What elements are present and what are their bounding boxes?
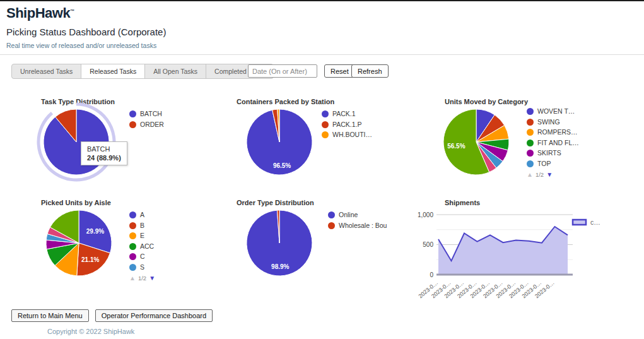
legend-label: SWING bbox=[537, 118, 560, 126]
legend-item: PACK.1 bbox=[322, 110, 385, 118]
legend-swatch-icon bbox=[129, 253, 136, 260]
legend-swatch-icon bbox=[527, 129, 534, 136]
legend-label: A bbox=[140, 211, 144, 219]
legend-page-up-icon[interactable]: ▲ bbox=[527, 171, 533, 178]
legend-label: SKIRTS bbox=[537, 149, 561, 157]
legend-item: C bbox=[129, 253, 192, 261]
legend-swatch-icon bbox=[129, 264, 136, 271]
legend-label: Wholesale : Bou bbox=[339, 222, 387, 230]
chart-order-type-distribution: Order Type Distribution 98.9% OnlineWhol… bbox=[227, 197, 435, 297]
legend-item: E bbox=[129, 232, 192, 240]
legend-page-indicator: 1/2 bbox=[536, 171, 544, 178]
legend-label: WOVEN T… bbox=[537, 107, 575, 116]
legend-swatch-icon bbox=[328, 222, 335, 229]
reset-button[interactable]: Reset bbox=[324, 64, 355, 78]
legend-swatch-icon bbox=[527, 108, 534, 115]
legend-label: PACK.1 bbox=[332, 110, 356, 118]
trademark-mark: ™ bbox=[70, 9, 74, 13]
chart-picked-units-by-aisle: Picked Units by Aisle 29.9%21.1% ABEACCC… bbox=[32, 197, 240, 297]
pie-chart-picked-units: 29.9%21.1% bbox=[38, 202, 120, 284]
legend-swatch-icon bbox=[129, 222, 136, 229]
slice-percentage-label: 29.9% bbox=[86, 228, 104, 235]
pie-svg: 29.9%21.1% bbox=[38, 202, 120, 284]
header-divider bbox=[0, 54, 644, 55]
date-filter-input[interactable] bbox=[248, 64, 317, 78]
legend-item: ACC bbox=[129, 242, 192, 251]
tab-all-open-tasks[interactable]: All Open Tasks bbox=[145, 64, 206, 78]
legend-pagination: ▲1/2▼ bbox=[129, 275, 192, 282]
legend-label: BATCH bbox=[140, 110, 162, 118]
legend-item: A bbox=[129, 211, 192, 219]
legend-swatch-icon bbox=[527, 150, 534, 157]
legend-label: E bbox=[140, 232, 144, 240]
legend-item: ORDER bbox=[129, 121, 192, 129]
legend-swatch-icon bbox=[527, 160, 534, 167]
chart-units-moved-by-category: Units Moved by Category 56.5% WOVEN T…SW… bbox=[435, 96, 643, 196]
area-chart-shipments: 05001,0002023-0…2023-0…2023-0…2023-0…202… bbox=[410, 202, 644, 302]
legend-swatch-icon bbox=[129, 211, 136, 218]
chart-containers-packed-by-station: Containers Packed by Station 96.5% PACK.… bbox=[227, 96, 435, 196]
y-axis-tick-label: 500 bbox=[423, 241, 433, 248]
pie-tooltip: BATCH 24 (88.9%) bbox=[81, 141, 127, 165]
operator-performance-dashboard-button[interactable]: Operator Performance Dashboard bbox=[95, 309, 213, 322]
tab-unreleased-tasks[interactable]: Unreleased Tasks bbox=[12, 64, 81, 78]
pie-chart-order-type: 98.9% bbox=[238, 202, 320, 284]
logo-text: ShipHawk bbox=[6, 5, 70, 21]
pie-svg: 98.9% bbox=[238, 202, 320, 284]
legend-label: ROMPERS… bbox=[537, 128, 578, 136]
pie-chart-containers: 96.5% bbox=[238, 101, 320, 183]
chart-legend: BATCHORDER bbox=[129, 110, 192, 131]
legend-label: c… bbox=[590, 218, 600, 226]
legend-item: PACK.1.P bbox=[322, 121, 385, 129]
return-to-main-menu-button[interactable]: Return to Main Menu bbox=[11, 309, 89, 322]
refresh-button[interactable]: Refresh bbox=[351, 64, 389, 78]
legend-page-up-icon[interactable]: ▲ bbox=[129, 275, 136, 282]
legend-item: B bbox=[129, 222, 192, 230]
legend-page-indicator: 1/2 bbox=[138, 275, 146, 282]
slice-percentage-label: 98.9% bbox=[271, 263, 289, 270]
legend-page-down-icon[interactable]: ▼ bbox=[546, 171, 553, 178]
legend-label: ACC bbox=[140, 242, 154, 251]
legend-item: BATCH bbox=[129, 110, 192, 118]
legend-item: TOP bbox=[527, 160, 590, 168]
chart-legend: WOVEN T…SWINGROMPERS…FIT AND FL…SKIRTSTO… bbox=[527, 107, 590, 178]
shiphawk-logo: ShipHawk™ bbox=[6, 5, 74, 21]
legend-swatch-icon bbox=[129, 110, 136, 117]
pie-chart-units-moved: 56.5% bbox=[435, 101, 517, 183]
footer-buttons: Return to Main Menu Operator Performance… bbox=[11, 309, 213, 322]
pie-svg: 96.5% bbox=[238, 101, 320, 183]
legend-item: SWING bbox=[527, 118, 590, 126]
legend-page-down-icon[interactable]: ▼ bbox=[149, 275, 155, 282]
chart-legend: OnlineWholesale : Bou bbox=[328, 211, 391, 232]
legend-swatch-icon bbox=[527, 140, 534, 146]
page-subtitle: Real time view of released and/or unrele… bbox=[6, 42, 156, 49]
legend-swatch-icon bbox=[129, 121, 136, 128]
legend-swatch-icon bbox=[322, 121, 329, 128]
legend-label: FIT AND FL… bbox=[537, 139, 579, 147]
copyright-text: Copyright © 2022 ShipHawk bbox=[47, 328, 134, 335]
tooltip-label: BATCH bbox=[87, 145, 121, 153]
legend-item: SKIRTS bbox=[527, 149, 590, 157]
slice-percentage-label: 96.5% bbox=[273, 162, 291, 169]
legend-label: S bbox=[140, 263, 144, 271]
legend-item: Online bbox=[328, 211, 391, 219]
legend-swatch-icon bbox=[322, 131, 329, 138]
legend-swatch-icon bbox=[129, 243, 136, 250]
legend-item: WOVEN T… bbox=[527, 107, 590, 116]
tab-released-tasks[interactable]: Released Tasks bbox=[81, 64, 145, 78]
legend-item: S bbox=[129, 263, 192, 271]
chart-legend: PACK.1PACK.1.PWH.BOUTI… bbox=[322, 110, 385, 141]
legend-label: ORDER bbox=[140, 121, 164, 129]
slice-percentage-label: 21.1% bbox=[81, 256, 99, 263]
tooltip-value: 24 (88.9%) bbox=[87, 154, 121, 162]
picking-status-dashboard: ShipHawk™ Picking Status Dashboard (Corp… bbox=[0, 0, 644, 339]
slice-percentage-label: 56.5% bbox=[447, 143, 465, 150]
legend-item: Wholesale : Bou bbox=[328, 222, 391, 230]
y-axis-tick-label: 0 bbox=[430, 271, 433, 278]
legend-label: B bbox=[140, 222, 144, 230]
task-filter-tabs: Unreleased Tasks Released Tasks All Open… bbox=[11, 64, 274, 79]
legend-swatch-icon bbox=[527, 119, 534, 126]
legend-label: PACK.1.P bbox=[332, 121, 362, 129]
y-axis-tick-label: 1,000 bbox=[418, 211, 433, 218]
legend-label: TOP bbox=[537, 160, 551, 168]
